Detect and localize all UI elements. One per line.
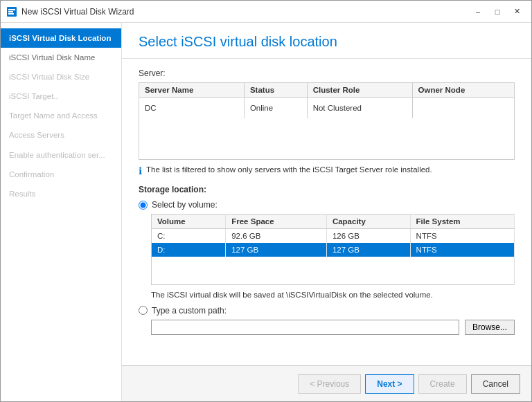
next-button[interactable]: Next >	[365, 374, 414, 394]
sidebar-item-iscsi-location[interactable]: iSCSI Virtual Disk Location	[1, 28, 121, 48]
volume-free-cell: 92.6 GB	[226, 229, 327, 244]
custom-path-label: Type a custom path:	[152, 306, 227, 316]
svg-rect-1	[8, 9, 15, 10]
sidebar-item-target-name: Target Name and Access	[1, 106, 121, 125]
storage-section-label: Storage location:	[139, 185, 515, 194]
info-bar: ℹ The list is filtered to show only serv…	[139, 165, 515, 176]
volume-capacity-cell: 127 GB	[326, 243, 410, 257]
wizard-window: New iSCSI Virtual Disk Wizard – □ ✕ iSCS…	[0, 0, 532, 402]
app-icon	[6, 6, 17, 17]
server-table: Server Name Status Cluster Role Owner No…	[139, 82, 515, 160]
sidebar-item-results: Results	[1, 184, 121, 203]
custom-path-radio[interactable]	[139, 306, 148, 315]
browse-button[interactable]: Browse...	[465, 320, 515, 335]
table-row[interactable]: DC Online Not Clustered	[139, 98, 515, 118]
sidebar-item-iscsi-target: iSCSI Target..	[1, 86, 121, 106]
minimize-button[interactable]: –	[469, 5, 487, 19]
sidebar-item-confirmation: Confirmation	[1, 165, 121, 184]
select-by-volume-option[interactable]: Select by volume:	[139, 200, 515, 210]
main-content: Select iSCSI virtual disk location Serve…	[122, 23, 531, 401]
volume-note: The iSCSI virtual disk will be saved at …	[151, 291, 515, 299]
create-button[interactable]: Create	[418, 374, 467, 394]
page-body: Server: Server Name Status Cluster Role …	[122, 59, 531, 365]
volume-fs-cell: NTFS	[410, 229, 514, 244]
server-col-owner: Owner Node	[412, 83, 514, 98]
page-header: Select iSCSI virtual disk location	[122, 23, 531, 59]
volume-table-body: C: 92.6 GB 126 GB NTFS D: 127 GB 127 GB …	[152, 229, 515, 285]
title-bar: New iSCSI Virtual Disk Wizard – □ ✕	[1, 1, 531, 23]
sidebar-item-enable-auth: Enable authentication ser...	[1, 145, 121, 165]
volume-name-cell: D:	[152, 243, 226, 257]
sidebar: iSCSI Virtual Disk Location iSCSI Virtua…	[1, 23, 122, 401]
close-button[interactable]: ✕	[508, 5, 526, 19]
info-icon: ℹ	[139, 165, 142, 176]
custom-path-option[interactable]: Type a custom path:	[139, 306, 515, 316]
server-status-cell: Online	[244, 98, 307, 118]
server-cluster-cell: Not Clustered	[307, 98, 412, 118]
content-area: iSCSI Virtual Disk Location iSCSI Virtua…	[1, 23, 531, 401]
server-name-cell: DC	[139, 98, 245, 118]
cancel-button[interactable]: Cancel	[471, 374, 520, 394]
volume-free-cell: 127 GB	[226, 243, 327, 257]
volume-name-cell: C:	[152, 229, 226, 244]
server-col-status: Status	[244, 83, 307, 98]
table-row[interactable]: C: 92.6 GB 126 GB NTFS	[152, 229, 515, 244]
server-owner-cell	[412, 98, 514, 118]
window-title: New iSCSI Virtual Disk Wizard	[21, 7, 134, 17]
table-row[interactable]: D: 127 GB 127 GB NTFS	[152, 243, 515, 257]
maximize-button[interactable]: □	[488, 5, 506, 19]
wizard-footer: < Previous Next > Create Cancel	[122, 365, 531, 401]
page-title: Select iSCSI virtual disk location	[139, 34, 515, 50]
server-col-cluster: Cluster Role	[307, 83, 412, 98]
title-bar-left: New iSCSI Virtual Disk Wizard	[6, 6, 134, 17]
volume-capacity-cell: 126 GB	[326, 229, 410, 244]
server-col-name: Server Name	[139, 83, 245, 98]
svg-rect-3	[8, 13, 14, 15]
volume-table: Volume Free Space Capacity File System C…	[151, 214, 515, 285]
volume-fs-cell: NTFS	[410, 243, 514, 257]
server-table-body: DC Online Not Clustered	[139, 98, 515, 160]
volume-col-capacity: Capacity	[326, 214, 410, 229]
sidebar-item-access-servers: Access Servers	[1, 125, 121, 145]
info-text: The list is filtered to show only server…	[146, 165, 432, 174]
sidebar-item-iscsi-size: iSCSI Virtual Disk Size	[1, 67, 121, 86]
select-by-volume-radio[interactable]	[139, 201, 148, 210]
volume-col-name: Volume	[152, 214, 226, 229]
sidebar-item-iscsi-name[interactable]: iSCSI Virtual Disk Name	[1, 48, 121, 67]
select-by-volume-label: Select by volume:	[152, 200, 218, 210]
previous-button[interactable]: < Previous	[298, 374, 361, 394]
volume-col-free: Free Space	[226, 214, 327, 229]
server-section-label: Server:	[139, 68, 515, 78]
custom-path-row: Browse...	[151, 320, 515, 335]
volume-col-fs: File System	[410, 214, 514, 229]
title-bar-controls: – □ ✕	[469, 5, 526, 19]
custom-path-input[interactable]	[151, 320, 459, 335]
svg-rect-2	[8, 11, 13, 12]
